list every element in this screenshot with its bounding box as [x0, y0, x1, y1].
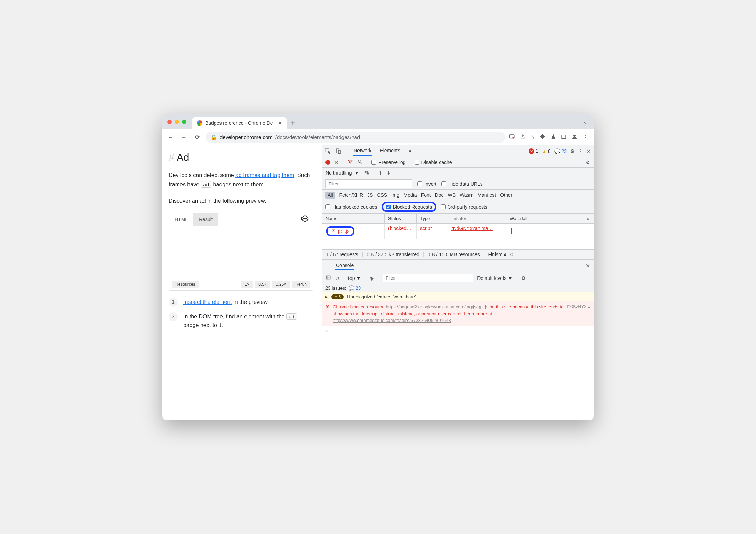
col-status[interactable]: Status [385, 214, 417, 223]
context-select[interactable]: top ▼ [348, 275, 361, 281]
bookmark-icon[interactable]: ☆ [530, 134, 535, 140]
device-toggle-icon[interactable] [335, 148, 341, 154]
type-wasm[interactable]: Wasm [460, 192, 473, 198]
hide-data-urls-checkbox[interactable]: Hide data URLs [441, 181, 483, 187]
type-doc[interactable]: Doc [435, 192, 444, 198]
console-settings-icon[interactable]: ⚙ [521, 275, 526, 281]
console-prompt[interactable]: › [322, 326, 594, 334]
download-har-icon[interactable]: ⬇ [387, 170, 391, 176]
clear-icon[interactable]: ⊘ [335, 160, 339, 165]
disable-cache-checkbox[interactable]: Disable cache [415, 160, 452, 165]
install-app-icon[interactable] [509, 134, 515, 141]
learn-more-link[interactable]: https://www.chromestatus.com/feature/573… [333, 318, 451, 323]
close-tab-icon[interactable]: ✕ [278, 120, 282, 126]
table-row[interactable]: gpt.js (blocked… script rNdGNYx?anima… [322, 224, 594, 239]
col-waterfall[interactable]: Waterfall▲ [506, 214, 594, 223]
console-warning-row[interactable]: ▸ ⚠ 5 Unrecognized feature: 'web-share'. [322, 292, 594, 301]
settings-icon[interactable]: ⚙ [570, 148, 575, 154]
record-button[interactable] [325, 160, 330, 165]
error-text: Chrome blocked resource https://pagead2.… [333, 304, 564, 324]
codepen-tab-html[interactable]: HTML [169, 213, 193, 226]
codepen-resources-button[interactable]: Resources [172, 281, 199, 288]
maximize-window[interactable] [182, 120, 186, 124]
codepen-zoom-025x[interactable]: 0.25× [272, 281, 290, 288]
codepen-logo-icon[interactable] [301, 215, 309, 224]
codepen-rerun-button[interactable]: Rerun [292, 281, 310, 288]
col-initiator[interactable]: Initiator [448, 214, 506, 223]
inspect-element-link[interactable]: Inspect the element [183, 299, 232, 305]
drawer-menu-icon[interactable]: ⋮ [325, 263, 330, 269]
type-manifest[interactable]: Manifest [477, 192, 496, 198]
filter-icon[interactable] [347, 159, 353, 165]
inspect-icon[interactable] [325, 148, 331, 154]
live-expression-icon[interactable]: ◉ [370, 275, 374, 281]
network-settings-icon[interactable]: ⚙ [586, 160, 590, 165]
more-tabs-icon[interactable]: » [408, 146, 412, 156]
type-css[interactable]: CSS [377, 192, 387, 198]
issues-bar[interactable]: 23 Issues: 💬 23 [322, 284, 594, 292]
step2-t1: In the DOM tree, find an element with th… [183, 314, 286, 319]
type-media[interactable]: Media [404, 192, 417, 198]
blocked-url-link[interactable]: https://pagead2.googlesyndication.com/ta… [386, 304, 488, 309]
codepen-tab-result[interactable]: Result [193, 213, 218, 226]
errors-count[interactable]: ✕ 1 [529, 148, 538, 154]
error-icon: ⊗ [325, 304, 329, 324]
labs-icon[interactable] [550, 134, 556, 141]
warnings-count[interactable]: ▲ 6 [542, 148, 551, 154]
type-ws[interactable]: WS [448, 192, 456, 198]
upload-har-icon[interactable]: ⬆ [378, 170, 383, 176]
profile-icon[interactable] [571, 134, 578, 141]
forward-button[interactable]: → [179, 132, 189, 142]
type-other[interactable]: Other [500, 192, 512, 198]
search-icon[interactable] [357, 159, 363, 165]
network-conditions-icon[interactable] [363, 169, 370, 176]
filter-input[interactable] [325, 179, 412, 188]
request-type: script [417, 224, 448, 239]
back-button[interactable]: ← [166, 132, 176, 142]
minimize-window[interactable] [175, 120, 179, 124]
codepen-zoom-05x[interactable]: 0.5× [255, 281, 270, 288]
tab-console[interactable]: Console [335, 261, 354, 270]
throttling-select[interactable]: No throttling ▼ [325, 170, 359, 176]
codepen-zoom-1x[interactable]: 1× [241, 281, 253, 288]
menu-icon[interactable]: ⋮ [582, 134, 588, 140]
network-table: Name Status Type Initiator Waterfall▲ gp… [322, 214, 594, 249]
ad-frames-link[interactable]: ad frames and tag them [235, 172, 294, 178]
third-party-checkbox[interactable]: 3rd-party requests [441, 204, 488, 210]
browser-tab[interactable]: Badges reference - Chrome De ✕ [192, 117, 287, 129]
step1-rest: in the preview. [232, 299, 269, 305]
console-filter-input[interactable] [383, 274, 473, 282]
console-sidebar-icon[interactable] [325, 275, 331, 281]
share-icon[interactable] [520, 134, 525, 141]
col-type[interactable]: Type [417, 214, 448, 223]
has-blocked-cookies-checkbox[interactable]: Has blocked cookies [325, 204, 377, 210]
type-fetch[interactable]: Fetch/XHR [339, 192, 363, 198]
invert-checkbox[interactable]: Invert [417, 181, 436, 187]
extensions-icon[interactable] [540, 134, 546, 141]
reload-button[interactable]: ⟳ [192, 132, 202, 142]
tab-elements[interactable]: Elements [379, 146, 401, 156]
url-field[interactable]: 🔒 developer.chrome.com/docs/devtools/ele… [206, 132, 505, 143]
messages-count[interactable]: 💬 23 [554, 148, 567, 154]
preserve-log-checkbox[interactable]: Preserve log [371, 160, 406, 165]
levels-select[interactable]: Default levels ▼ [477, 275, 513, 281]
type-font[interactable]: Font [421, 192, 431, 198]
svg-point-13 [367, 173, 369, 174]
close-devtools-icon[interactable]: ✕ [587, 148, 591, 154]
tabs-dropdown-icon[interactable]: ⌄ [583, 119, 587, 125]
type-js[interactable]: JS [367, 192, 373, 198]
close-window[interactable] [167, 120, 172, 124]
blocked-requests-checkbox[interactable]: Blocked Requests [382, 202, 436, 212]
side-panel-icon[interactable] [561, 134, 566, 141]
error-source-link[interactable]: rNdGNYx:1 [567, 304, 590, 324]
request-initiator[interactable]: rNdGNYx?anima… [448, 224, 506, 239]
clear-console-icon[interactable]: ⊘ [335, 275, 339, 281]
close-drawer-icon[interactable]: ✕ [586, 262, 590, 269]
new-tab-button[interactable]: + [291, 119, 295, 127]
console-error-row[interactable]: ⊗ Chrome blocked resource https://pagead… [322, 301, 594, 326]
type-img[interactable]: Img [391, 192, 399, 198]
more-icon[interactable]: ⋮ [578, 148, 583, 154]
col-name[interactable]: Name [322, 214, 385, 223]
type-all[interactable]: All [325, 192, 335, 199]
tab-network[interactable]: Network [353, 146, 372, 156]
